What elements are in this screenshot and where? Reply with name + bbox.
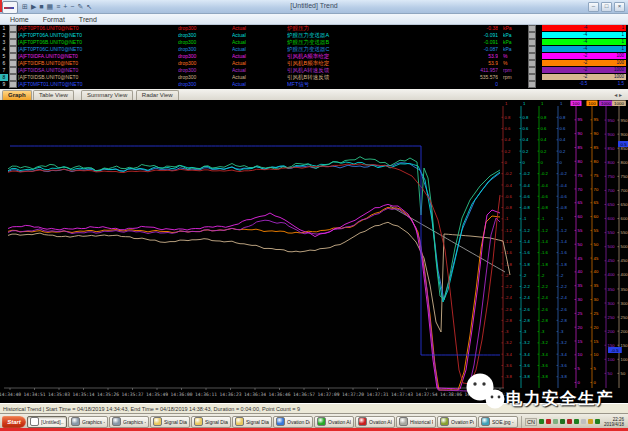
svg-text:500: 500 xyxy=(608,244,616,249)
svg-text:-1.4: -1.4 xyxy=(505,239,513,244)
taskbar-button[interactable]: Ovation De... xyxy=(273,416,313,428)
svg-text:650: 650 xyxy=(608,202,616,207)
tray-icon[interactable] xyxy=(581,419,586,424)
value-axis: 1000950900850800750700650600550500450400… xyxy=(599,101,615,389)
time-tick-label: 14:36:11 xyxy=(195,392,217,397)
svg-text:20: 20 xyxy=(594,325,599,330)
taskbar-button[interactable]: Signal Diag... xyxy=(191,416,231,428)
svg-text:50: 50 xyxy=(578,242,583,247)
menu-trend[interactable]: Trend xyxy=(79,16,97,23)
svg-text:0.6: 0.6 xyxy=(523,126,529,131)
svg-text:700: 700 xyxy=(621,188,628,193)
tray-icon[interactable] xyxy=(546,419,551,424)
point-value-type: Actual xyxy=(232,25,284,32)
svg-text:0.8: 0.8 xyxy=(560,115,566,120)
signal-icon xyxy=(153,417,162,426)
tray-icon[interactable] xyxy=(560,419,565,424)
taskbar-button[interactable]: Graphics -... xyxy=(109,416,149,428)
tray-icon[interactable] xyxy=(574,419,579,424)
table-row[interactable]: 7[A]FT0IDSA.UNIT0@NET0drop300Actual引风机A转… xyxy=(0,67,628,74)
table-row[interactable]: 8[A]FT0IDSB.UNIT0@NET0drop300Actual引风机B转… xyxy=(0,74,628,81)
svg-text:950: 950 xyxy=(621,118,628,123)
point-description: MFT信号 xyxy=(287,81,437,88)
taskbar-button[interactable]: Ovation Ala... xyxy=(314,416,354,428)
svg-text:-0.2: -0.2 xyxy=(560,171,568,176)
scale-min: -2 xyxy=(583,60,587,66)
table-row[interactable]: 2[A]FT0PT06A.UNIT0@NET0drop300Actual炉膛压力… xyxy=(0,32,628,39)
tab-radar-view[interactable]: Radar View xyxy=(136,90,179,100)
svg-text:50: 50 xyxy=(594,242,599,247)
scale-icon xyxy=(528,46,536,53)
taskbar-button[interactable]: Ovation Po... xyxy=(437,416,477,428)
svg-text:60: 60 xyxy=(594,214,599,219)
table-row[interactable]: 4[A]FT0PT06C.UNIT0@NET0drop300Actual炉膛压力… xyxy=(0,46,628,53)
series-炉膛压力变送器B xyxy=(8,157,500,299)
svg-text:50: 50 xyxy=(621,371,626,376)
table-row[interactable]: 5[A]FT0IDFA.UNIT0@NET0drop300Actual引风机A频… xyxy=(0,53,628,60)
menu-home[interactable]: Home xyxy=(10,16,29,23)
tray-icon[interactable] xyxy=(595,419,600,424)
minimize-button[interactable]: – xyxy=(588,2,599,12)
scale-min: -4 xyxy=(583,39,587,45)
tray-icon[interactable] xyxy=(588,419,593,424)
svg-text:20: 20 xyxy=(578,325,583,330)
svg-text:0.4: 0.4 xyxy=(505,137,511,142)
green-ball-icon xyxy=(317,417,326,426)
tray-icon[interactable] xyxy=(539,419,544,424)
taskbar-button[interactable]: Signal Diag... xyxy=(150,416,190,428)
taskbar-button-label: Ovation Po... xyxy=(451,419,474,425)
tray-icon[interactable] xyxy=(553,419,558,424)
taskbar-button[interactable]: SOE.jpg - P... xyxy=(478,416,518,428)
svg-text:0.2: 0.2 xyxy=(505,149,511,154)
svg-text:-2.2: -2.2 xyxy=(541,284,549,289)
tab-summary-view[interactable]: Summary View xyxy=(81,90,133,100)
svg-text:-1.2: -1.2 xyxy=(523,228,531,233)
language-indicator[interactable]: CN xyxy=(525,418,537,426)
menu-format[interactable]: Format xyxy=(43,16,65,23)
taskbar-button[interactable]: Graphics -... xyxy=(68,416,108,428)
tab-graph[interactable]: Graph xyxy=(2,90,32,100)
svg-text:10: 10 xyxy=(594,352,599,357)
svg-text:250: 250 xyxy=(608,315,616,320)
taskbar-button[interactable]: Ovation Ala... xyxy=(355,416,395,428)
point-description: 引风机B转速反馈 xyxy=(287,74,437,81)
point-value: 411.957 xyxy=(440,67,498,74)
row-number: 2 xyxy=(0,32,8,39)
taskbar-button[interactable]: Historical R... xyxy=(396,416,436,428)
start-button[interactable]: Start xyxy=(2,416,26,428)
table-row[interactable]: 1[A]FT0PT06.UNIT0@NET0drop300Actual炉膛压力-… xyxy=(0,25,628,32)
compass-icon xyxy=(276,417,285,426)
svg-text:-1.2: -1.2 xyxy=(505,228,513,233)
taskbar-button[interactable]: Signal Diag... xyxy=(232,416,272,428)
table-row[interactable]: 6[A]FT0IDFB.UNIT0@NET0drop300Actual引风机B频… xyxy=(0,60,628,67)
svg-text:35: 35 xyxy=(594,283,599,288)
svg-text:-1.4: -1.4 xyxy=(523,239,531,244)
table-row[interactable]: 9[A]FT0MFT01.UNIT0@NET0drop300ActualMFT信… xyxy=(0,81,628,88)
taskbar-button-label: SOE.jpg - P... xyxy=(492,419,515,425)
trend-chart[interactable]: 14:34:4014:34:5114:35:0314:35:1414:35:26… xyxy=(0,100,628,403)
taskbar-button-label: Graphics -... xyxy=(82,419,105,425)
svg-text:-0.4: -0.4 xyxy=(541,183,549,188)
point-units: % xyxy=(503,60,527,67)
svg-text:0: 0 xyxy=(523,160,526,165)
close-button[interactable]: × xyxy=(614,2,625,12)
time-tick-label: 14:38:29 xyxy=(489,392,511,397)
point-drop: drop300 xyxy=(178,67,228,74)
tab-scroll-arrows[interactable]: ◂ ▸ xyxy=(614,91,622,98)
tray-icon[interactable] xyxy=(567,419,572,424)
svg-text:-2: -2 xyxy=(505,273,509,278)
svg-text:-2.4: -2.4 xyxy=(505,295,513,300)
scale-min: -0.5 xyxy=(580,81,588,87)
maximize-button[interactable]: □ xyxy=(601,2,612,12)
scale-icon xyxy=(528,60,536,67)
svg-text:60: 60 xyxy=(578,214,583,219)
tab-table-view[interactable]: Table View xyxy=(33,90,74,100)
scale-max: 1 xyxy=(621,39,624,45)
row-number: 3 xyxy=(0,39,8,46)
point-name: [A]FT0IDSB.UNIT0@NET0 xyxy=(18,74,176,81)
svg-text:-1: -1 xyxy=(541,216,545,221)
svg-text:-1: -1 xyxy=(505,216,509,221)
svg-text:0.8: 0.8 xyxy=(505,115,511,120)
table-row[interactable]: 3[A]FT0PT06B.UNIT0@NET0drop300Actual炉膛压力… xyxy=(0,39,628,46)
taskbar-button[interactable]: [Untitled]... xyxy=(27,416,67,428)
